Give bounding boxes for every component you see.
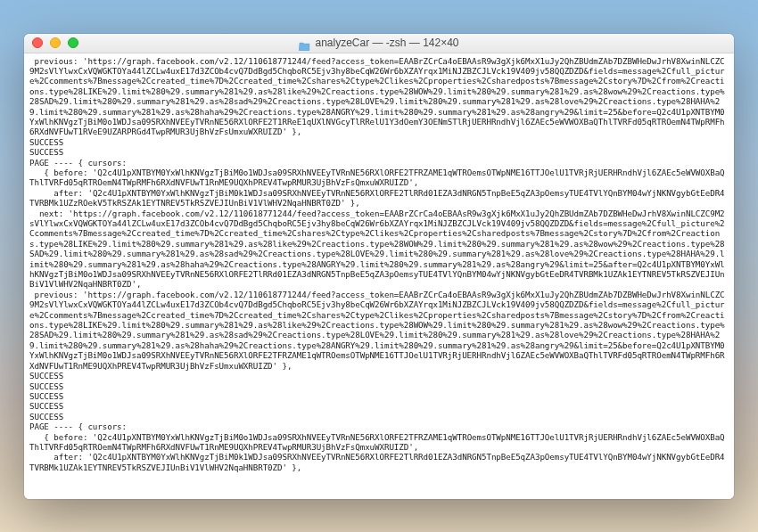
traffic-lights bbox=[24, 37, 78, 48]
minimize-button[interactable] bbox=[50, 37, 61, 48]
folder-icon bbox=[299, 38, 310, 48]
titlebar[interactable]: analyzeCar — -zsh — 142×40 bbox=[24, 34, 734, 53]
terminal-output[interactable]: previous: 'https://graph.facebook.com/v2… bbox=[24, 53, 734, 499]
maximize-button[interactable] bbox=[68, 37, 78, 48]
window-title: analyzeCar — -zsh — 142×40 bbox=[315, 37, 458, 49]
close-button[interactable] bbox=[32, 37, 43, 48]
terminal-window: analyzeCar — -zsh — 142×40 previous: 'ht… bbox=[24, 34, 734, 499]
window-title-wrap: analyzeCar — -zsh — 142×40 bbox=[24, 37, 734, 49]
